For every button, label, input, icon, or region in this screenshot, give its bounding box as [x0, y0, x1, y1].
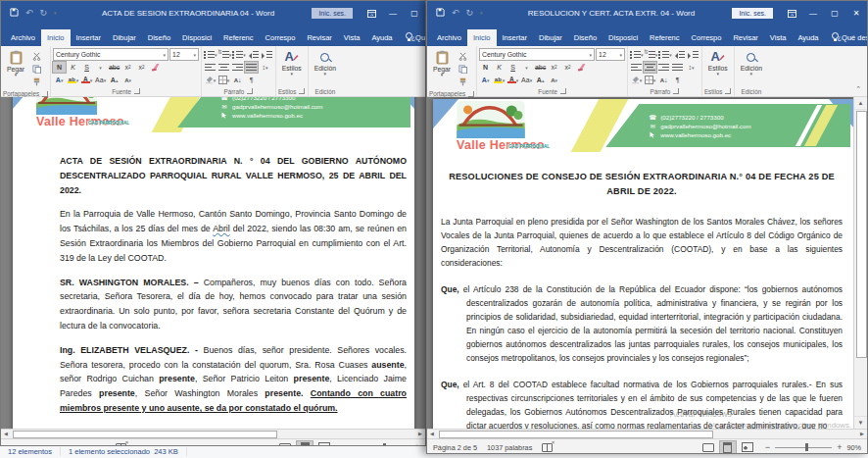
align-center-icon[interactable]: [217, 62, 230, 73]
maximize-button[interactable]: ▢: [824, 1, 845, 25]
editing-button[interactable]: Edición▾: [311, 48, 340, 76]
proofing-icon[interactable]: [116, 443, 126, 447]
collapse-ribbon-icon[interactable]: ⌃: [855, 85, 861, 93]
page-indicator[interactable]: Página 1 de 5: [7, 443, 51, 447]
scrollbar-thumb[interactable]: [439, 431, 713, 438]
justify-icon[interactable]: [245, 62, 258, 73]
superscript-button[interactable]: x2: [135, 62, 148, 73]
minimize-button[interactable]: —: [382, 1, 404, 25]
undo-icon[interactable]: ↶: [452, 9, 459, 18]
tab-ayuda[interactable]: Ayuda: [365, 29, 398, 46]
tab-correspondencia[interactable]: Correspo: [260, 29, 302, 46]
web-layout-icon[interactable]: [316, 441, 332, 446]
tab-disposicion[interactable]: Disposici: [603, 29, 644, 46]
increase-indent-icon[interactable]: [687, 49, 699, 60]
maximize-button[interactable]: ▢: [404, 1, 425, 25]
zoom-out-icon[interactable]: −: [342, 443, 347, 447]
cut-icon[interactable]: [30, 51, 43, 62]
tab-insertar[interactable]: Insertar: [497, 29, 533, 46]
underline-menu-icon[interactable]: ▾: [520, 62, 533, 73]
italic-button[interactable]: K: [493, 62, 506, 73]
multilevel-list-icon[interactable]: ▾: [658, 49, 672, 60]
read-mode-icon[interactable]: [277, 441, 293, 446]
format-painter-icon[interactable]: [30, 76, 43, 87]
dialog-launcher-icon[interactable]: [134, 88, 140, 94]
tab-insertar[interactable]: Insertar: [71, 29, 107, 46]
change-case-icon[interactable]: Aa▾: [94, 75, 107, 85]
underline-menu-icon[interactable]: ▾: [94, 62, 107, 73]
bullets-icon[interactable]: ▾: [204, 49, 217, 60]
shrink-font-icon[interactable]: A▾: [548, 75, 560, 85]
highlight-color-icon[interactable]: ab▾: [493, 75, 506, 85]
tab-revisar[interactable]: Revisar: [301, 29, 337, 46]
line-spacing-icon[interactable]: ↕▾: [259, 62, 271, 73]
scrollbar-thumb[interactable]: [13, 431, 277, 438]
ribbon-display-options-icon[interactable]: [781, 1, 802, 25]
align-right-icon[interactable]: [231, 62, 244, 73]
decrease-indent-icon[interactable]: [673, 49, 686, 60]
save-icon[interactable]: [10, 8, 19, 19]
justify-icon[interactable]: [671, 62, 684, 73]
tab-diseno[interactable]: Diseño: [142, 29, 176, 46]
highlight-color-icon[interactable]: ab▾: [67, 75, 79, 85]
tab-inicio[interactable]: Inicio: [41, 29, 71, 46]
numbering-icon[interactable]: ▾: [218, 49, 232, 60]
redo-icon[interactable]: ↻: [466, 9, 474, 18]
subscript-button[interactable]: x2: [121, 62, 134, 73]
borders-icon[interactable]: ▾: [217, 75, 230, 85]
tab-diseno[interactable]: Diseño: [568, 29, 603, 46]
bullets-icon[interactable]: ▾: [630, 49, 644, 60]
copy-icon[interactable]: [30, 64, 43, 75]
tab-vista[interactable]: Vista: [764, 29, 793, 46]
styles-button[interactable]: A Estilos▾: [278, 48, 306, 76]
document-page[interactable]: ☎(02)2773220 / 2773300 ✉gadprvallehermos…: [13, 97, 414, 429]
undo-icon[interactable]: ↶: [25, 9, 33, 18]
font-size-select[interactable]: 12▾: [596, 48, 625, 61]
paste-button[interactable]: Pegar▾: [3, 48, 28, 77]
zoom-percentage[interactable]: 90%: [846, 443, 861, 452]
sign-in-button[interactable]: Inic. ses.: [312, 8, 353, 19]
tab-dibujar[interactable]: Dibujar: [533, 29, 568, 46]
font-color-icon[interactable]: A▾: [506, 75, 519, 85]
web-layout-icon[interactable]: [740, 441, 755, 453]
align-right-icon[interactable]: [657, 62, 670, 73]
scroll-right-icon[interactable]: ▶: [857, 430, 867, 438]
increase-indent-icon[interactable]: [261, 49, 273, 60]
copy-icon[interactable]: [457, 64, 469, 75]
line-spacing-icon[interactable]: ↕▾: [685, 62, 698, 73]
dialog-launcher-icon[interactable]: [725, 88, 731, 94]
tab-ayuda[interactable]: Ayuda: [792, 29, 824, 46]
tab-correspondencia[interactable]: Correspo: [686, 29, 728, 46]
borders-icon[interactable]: ▾: [644, 75, 656, 85]
font-name-select[interactable]: Century Gothic▾: [53, 48, 169, 61]
cut-icon[interactable]: [457, 51, 469, 62]
proofing-icon[interactable]: [542, 443, 553, 452]
dialog-launcher-icon[interactable]: [468, 91, 474, 97]
save-icon[interactable]: [436, 8, 445, 19]
text-effects-icon[interactable]: A▾: [479, 75, 492, 85]
sort-icon[interactable]: A↓: [657, 75, 670, 85]
tab-referencias[interactable]: Referenc: [217, 29, 259, 46]
tab-dibujar[interactable]: Dibujar: [107, 29, 142, 46]
numbering-icon[interactable]: ▾: [645, 49, 658, 60]
show-marks-icon[interactable]: ¶: [245, 75, 258, 85]
scroll-left-icon[interactable]: ◀: [1, 430, 11, 438]
tab-disposicion[interactable]: Disposici: [176, 29, 217, 46]
shrink-font-icon[interactable]: A▾: [121, 75, 134, 85]
text-effects-icon[interactable]: A▾: [53, 75, 66, 85]
decrease-indent-icon[interactable]: [247, 49, 260, 60]
scroll-up-icon[interactable]: ▲: [854, 97, 867, 110]
tab-revisar[interactable]: Revisar: [727, 29, 763, 46]
print-layout-icon[interactable]: [297, 441, 313, 446]
show-marks-icon[interactable]: ¶: [671, 75, 684, 85]
shading-icon[interactable]: ▾: [204, 75, 217, 85]
bold-button[interactable]: N: [53, 62, 66, 73]
paste-button[interactable]: Pegar▾: [429, 48, 455, 77]
sign-in-button[interactable]: Inic. ses.: [732, 8, 773, 19]
clear-formatting-icon[interactable]: [149, 62, 162, 73]
vertical-scrollbar[interactable]: ▲ ▼: [853, 97, 867, 429]
underline-button[interactable]: S: [80, 62, 93, 73]
bold-button[interactable]: N: [479, 62, 492, 73]
zoom-slider-thumb[interactable]: [383, 443, 386, 446]
scroll-down-icon[interactable]: ▼: [854, 416, 867, 429]
